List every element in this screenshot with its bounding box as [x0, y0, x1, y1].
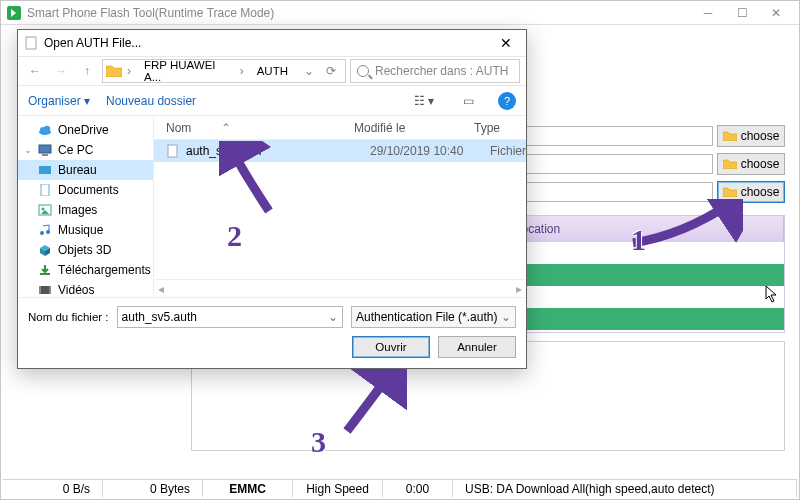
refresh-button[interactable]: ⟳ — [320, 60, 342, 82]
status-bar: 0 B/s 0 Bytes EMMC High Speed 0:00 USB: … — [3, 479, 797, 497]
breadcrumb-dropdown-button[interactable]: ⌄ — [298, 60, 320, 82]
svg-rect-0 — [26, 37, 36, 49]
img-icon — [38, 204, 52, 216]
sidebar-item-vid[interactable]: Vidéos — [18, 280, 153, 297]
file-name: auth_sv5.auth — [186, 144, 370, 158]
preview-pane-button[interactable]: ▭ — [454, 91, 482, 111]
search-icon — [357, 65, 369, 77]
open-button[interactable]: Ouvrir — [352, 336, 430, 358]
sidebar-item-cloud[interactable]: OneDrive — [18, 120, 153, 140]
folder-icon — [723, 131, 737, 141]
dl-icon — [38, 264, 52, 276]
status-speed: 0 B/s — [3, 480, 103, 497]
close-button[interactable]: ✕ — [759, 2, 793, 24]
cancel-button[interactable]: Annuler — [438, 336, 516, 358]
mouse-cursor-icon — [765, 285, 779, 303]
doc-icon — [38, 184, 52, 196]
breadcrumb-seg[interactable]: AUTH — [249, 60, 296, 82]
chevron-right-icon[interactable]: › — [237, 64, 247, 78]
maximize-button[interactable]: ☐ — [725, 2, 759, 24]
status-usb: USB: DA Download All(high speed,auto det… — [453, 480, 797, 497]
dialog-close-button[interactable]: ✕ — [492, 33, 520, 53]
file-icon — [166, 144, 180, 158]
dialog-title: Open AUTH File... — [44, 36, 141, 50]
app-titlebar: Smart Phone Flash Tool(Runtime Trace Mod… — [1, 1, 799, 25]
column-modified[interactable]: Modifié le — [354, 121, 474, 135]
horizontal-scrollbar[interactable]: ◂▸ — [154, 279, 526, 297]
column-name[interactable]: Nom⌃ — [154, 121, 354, 135]
status-bytes: 0 Bytes — [103, 480, 203, 497]
nav-back-button[interactable]: ← — [24, 60, 46, 82]
nav-forward-button[interactable]: → — [50, 60, 72, 82]
sidebar-item-music[interactable]: Musique — [18, 220, 153, 240]
newfolder-button[interactable]: Nouveau dossier — [106, 94, 196, 108]
file-type: Fichier — [490, 144, 526, 158]
dialog-titlebar: Open AUTH File... ✕ — [18, 30, 526, 56]
file-modified: 29/10/2019 10:40 — [370, 144, 490, 158]
filetype-filter[interactable]: Authentication File (*.auth)⌄ — [351, 306, 516, 328]
breadcrumb-seg[interactable]: FRP HUAWEI A... — [136, 60, 235, 82]
sidebar-item-pc[interactable]: ⌄Ce PC — [18, 140, 153, 160]
svg-rect-20 — [168, 145, 177, 157]
desktop-icon — [38, 164, 52, 176]
choose-da-button[interactable]: choose — [717, 125, 785, 147]
svg-rect-5 — [42, 154, 48, 156]
vid-icon — [38, 284, 52, 296]
sidebar-item-desktop[interactable]: Bureau — [18, 160, 153, 180]
breadcrumb[interactable]: › FRP HUAWEI A... › AUTH ⌄ ⟳ — [102, 59, 346, 83]
folder-icon — [723, 159, 737, 169]
folder-icon — [723, 187, 737, 197]
file-row[interactable]: auth_sv5.auth 29/10/2019 10:40 Fichier — [154, 140, 526, 162]
app-title: Smart Phone Flash Tool(Runtime Trace Mod… — [27, 6, 274, 20]
view-button[interactable]: ☷ ▾ — [410, 91, 438, 111]
open-file-dialog: Open AUTH File... ✕ ← → ↑ › FRP HUAWEI A… — [17, 29, 527, 369]
status-mode: High Speed — [293, 480, 383, 497]
app-icon — [7, 6, 21, 20]
status-storage: EMMC — [203, 480, 293, 497]
help-button[interactable]: ? — [498, 92, 516, 110]
column-type[interactable]: Type — [474, 121, 526, 135]
filename-input[interactable]: auth_sv5.auth⌄ — [117, 306, 343, 328]
filename-label: Nom du fichier : — [28, 311, 109, 323]
sidebar: OneDrive⌄Ce PCBureauDocumentsImagesMusiq… — [18, 116, 154, 297]
dialog-icon — [24, 36, 38, 50]
folder-icon — [106, 65, 122, 77]
svg-point-11 — [46, 230, 50, 234]
sidebar-item-3d[interactable]: Objets 3D — [18, 240, 153, 260]
search-input[interactable]: Rechercher dans : AUTH — [350, 59, 520, 83]
chevron-right-icon[interactable]: › — [124, 64, 134, 78]
choose-auth-button[interactable]: choose — [717, 181, 785, 203]
svg-point-9 — [42, 208, 45, 211]
sidebar-item-doc[interactable]: Documents — [18, 180, 153, 200]
music-icon — [38, 224, 52, 236]
3d-icon — [38, 244, 52, 256]
sidebar-item-dl[interactable]: Téléchargements — [18, 260, 153, 280]
svg-rect-15 — [49, 286, 51, 294]
svg-point-3 — [44, 126, 50, 132]
svg-point-10 — [40, 231, 44, 235]
sidebar-item-img[interactable]: Images — [18, 200, 153, 220]
minimize-button[interactable]: ─ — [691, 2, 725, 24]
cloud-icon — [38, 124, 52, 136]
svg-rect-14 — [39, 286, 41, 294]
svg-rect-6 — [39, 166, 51, 174]
pc-icon — [38, 144, 52, 156]
svg-rect-12 — [40, 273, 50, 275]
svg-rect-7 — [41, 184, 49, 196]
svg-rect-4 — [39, 145, 51, 153]
choose-scatter-button[interactable]: choose — [717, 153, 785, 175]
status-time: 0:00 — [383, 480, 453, 497]
nav-up-button[interactable]: ↑ — [76, 60, 98, 82]
organise-menu[interactable]: Organiser ▾ — [28, 94, 90, 108]
